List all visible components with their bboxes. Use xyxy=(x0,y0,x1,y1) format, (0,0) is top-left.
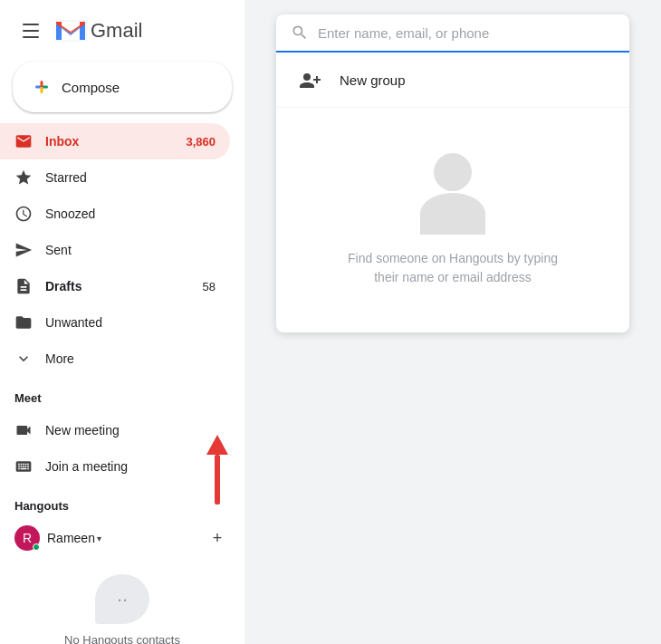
search-icon xyxy=(291,24,309,42)
arrow-head xyxy=(206,435,228,455)
search-input[interactable] xyxy=(318,25,615,41)
snoozed-label: Snoozed xyxy=(45,207,216,221)
hangouts-initial: R xyxy=(23,531,32,545)
compose-label: Compose xyxy=(62,80,120,95)
nav-item-sent[interactable]: Sent xyxy=(0,232,230,268)
app-title: Gmail xyxy=(91,19,142,43)
new-group-row[interactable]: New group xyxy=(276,53,629,108)
hangouts-username: Rameen ▾ xyxy=(47,531,101,545)
hamburger-menu-button[interactable] xyxy=(14,14,47,47)
arrow-shaft xyxy=(215,455,220,505)
person-head xyxy=(434,153,472,191)
join-meeting-label: Join a meeting xyxy=(45,459,216,474)
inbox-icon xyxy=(14,132,33,150)
hangouts-empty-text: No Hangouts contacts xyxy=(64,633,180,644)
inbox-badge: 3,860 xyxy=(186,135,216,149)
unwanted-label: Unwanted xyxy=(45,315,216,330)
search-bar xyxy=(276,14,629,53)
person-avatar-icon xyxy=(412,153,493,235)
red-arrow-annotation xyxy=(206,435,228,505)
new-group-icon xyxy=(294,63,327,96)
new-meeting-label: New meeting xyxy=(45,423,216,437)
compose-plus-icon xyxy=(31,76,53,98)
videocam-icon xyxy=(14,421,33,439)
hangouts-user-row[interactable]: R Rameen ▾ + xyxy=(14,520,230,556)
send-icon xyxy=(14,241,33,259)
main-panel: New group Find someone on Hangouts by ty… xyxy=(244,0,661,644)
gmail-logo-icon xyxy=(54,18,87,43)
caret-icon: ▾ xyxy=(97,533,101,543)
hangouts-popup: New group Find someone on Hangouts by ty… xyxy=(276,14,629,332)
sidebar-header: Gmail xyxy=(0,7,244,54)
sidebar: Gmail Compose Inbox 3,860 Starred xyxy=(0,0,244,644)
nav-item-more[interactable]: More xyxy=(0,341,230,377)
nav-item-inbox[interactable]: Inbox 3,860 xyxy=(0,123,230,159)
snooze-icon xyxy=(14,205,33,223)
nav-item-starred[interactable]: Starred xyxy=(0,159,230,196)
chat-bubble-icon: ·· xyxy=(95,574,149,624)
chevron-down-icon xyxy=(14,350,33,368)
empty-contact-area: Find someone on Hangouts by typingtheir … xyxy=(276,108,629,332)
person-body xyxy=(420,193,485,235)
nav-item-drafts[interactable]: Drafts 58 xyxy=(0,268,230,304)
empty-contact-text: Find someone on Hangouts by typingtheir … xyxy=(348,249,558,287)
keyboard-icon xyxy=(14,457,33,476)
gmail-logo: Gmail xyxy=(54,18,142,43)
hangouts-section: R Rameen ▾ + ·· No Hangouts contacts Fin… xyxy=(0,520,244,644)
more-label: More xyxy=(45,351,216,366)
hangouts-add-button[interactable]: + xyxy=(205,525,230,551)
online-status-dot xyxy=(33,543,40,551)
compose-button[interactable]: Compose xyxy=(13,62,232,112)
nav-item-unwanted[interactable]: Unwanted xyxy=(0,304,230,341)
drafts-badge: 58 xyxy=(203,280,216,293)
drafts-icon xyxy=(14,277,33,295)
starred-label: Starred xyxy=(45,170,216,185)
hangouts-empty-area: ·· No Hangouts contacts Find someone xyxy=(14,556,230,644)
sent-label: Sent xyxy=(45,243,216,257)
nav-list: Inbox 3,860 Starred Snoozed Sent xyxy=(0,123,244,377)
hangouts-avatar: R xyxy=(14,525,40,551)
folder-icon xyxy=(14,313,33,332)
meet-section-label: Meet xyxy=(0,377,244,409)
nav-item-snoozed[interactable]: Snoozed xyxy=(0,196,230,232)
star-icon xyxy=(14,168,33,187)
new-group-label: New group xyxy=(340,72,406,88)
nav-item-new-meeting[interactable]: New meeting xyxy=(0,412,230,448)
nav-item-join-meeting[interactable]: Join a meeting xyxy=(0,448,230,485)
drafts-label: Drafts xyxy=(45,279,190,293)
inbox-label: Inbox xyxy=(45,134,173,149)
svg-point-1 xyxy=(303,73,311,81)
